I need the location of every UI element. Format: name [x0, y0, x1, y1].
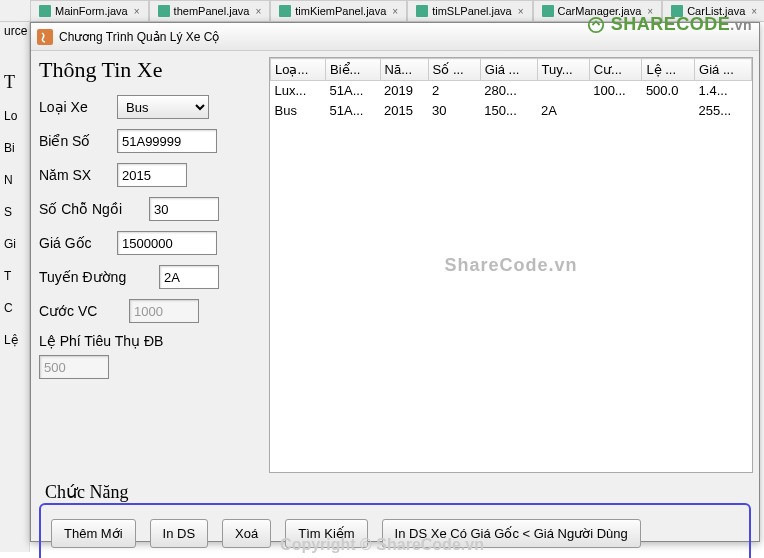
java-file-icon: [158, 5, 170, 17]
table-header[interactable]: Biể...: [326, 59, 381, 81]
ide-tab[interactable]: timKiemPanel.java×: [270, 0, 407, 21]
table-header[interactable]: Giá ...: [695, 59, 752, 81]
sharecode-logo: SHARECODE.vn: [587, 14, 752, 35]
gia-goc-label: Giá Gốc: [39, 235, 117, 251]
close-icon[interactable]: ×: [392, 6, 398, 17]
loai-xe-label: Loại Xe: [39, 99, 117, 115]
close-icon[interactable]: ×: [518, 6, 524, 17]
ide-tab[interactable]: timSLPanel.java×: [407, 0, 532, 21]
java-file-icon: [542, 5, 554, 17]
svg-rect-3: [416, 5, 428, 17]
form-panel: Thông Tin Xe Loại Xe Bus Biển Số Năm SX …: [31, 51, 269, 479]
fn-button-2[interactable]: Xoá: [222, 519, 271, 548]
table-header[interactable]: Số ...: [428, 59, 480, 81]
tuyen-duong-input[interactable]: [159, 265, 219, 289]
functions-title: Chức Năng: [41, 481, 132, 503]
gia-goc-input[interactable]: [117, 231, 217, 255]
java-icon: [37, 29, 53, 45]
java-file-icon: [416, 5, 428, 17]
svg-rect-6: [37, 29, 53, 45]
ide-tab[interactable]: MainForm.java×: [30, 0, 149, 21]
nam-sx-label: Năm SX: [39, 167, 117, 183]
so-cho-label: Số Chỗ Ngồi: [39, 201, 149, 217]
close-icon[interactable]: ×: [255, 6, 261, 17]
svg-rect-1: [158, 5, 170, 17]
le-phi-input: [39, 355, 109, 379]
svg-rect-4: [542, 5, 554, 17]
data-table[interactable]: Loạ...Biể...Nă...Số ...Giá ...Tuy...Cư..…: [270, 58, 752, 121]
table-header[interactable]: Nă...: [380, 59, 428, 81]
close-icon[interactable]: ×: [134, 6, 140, 17]
java-file-icon: [39, 5, 51, 17]
table-panel: Loạ...Biể...Nă...Số ...Giá ...Tuy...Cư..…: [269, 51, 759, 479]
fn-button-0[interactable]: Thêm Mới: [51, 519, 136, 548]
so-cho-input[interactable]: [149, 197, 219, 221]
cuoc-vc-label: Cước VC: [39, 303, 129, 319]
app-window: Chương Trình Quản Lý Xe Cộ Thông Tin Xe …: [30, 22, 760, 542]
window-title: Chương Trình Quản Lý Xe Cộ: [59, 30, 219, 44]
svg-rect-0: [39, 5, 51, 17]
ide-tab[interactable]: themPanel.java×: [149, 0, 271, 21]
java-file-icon: [279, 5, 291, 17]
tuyen-duong-label: Tuyến Đường: [39, 269, 159, 285]
close-icon[interactable]: ×: [751, 6, 757, 17]
table-header[interactable]: Loạ...: [271, 59, 326, 81]
table-row[interactable]: Bus51A...201530150...2A255...: [271, 101, 752, 121]
le-phi-label: Lệ Phí Tiêu Thụ ĐB: [39, 333, 265, 349]
bien-so-label: Biển Số: [39, 133, 117, 149]
background-panel: urce T Lo Bi N S Gi T C Lệ: [0, 22, 30, 552]
form-title: Thông Tin Xe: [39, 57, 265, 83]
table-header[interactable]: Lệ ...: [642, 59, 695, 81]
nam-sx-input[interactable]: [117, 163, 187, 187]
table-header[interactable]: Tuy...: [537, 59, 589, 81]
watermark: ShareCode.vn: [444, 255, 577, 276]
table-header[interactable]: Cư...: [589, 59, 642, 81]
table-row[interactable]: Lux...51A...20192280...100...500.01.4...: [271, 81, 752, 101]
loai-xe-select[interactable]: Bus: [117, 95, 209, 119]
table-header[interactable]: Giá ...: [480, 59, 537, 81]
svg-rect-2: [279, 5, 291, 17]
copyright: Copyright © ShareCode.vn: [280, 536, 484, 554]
svg-point-7: [589, 18, 603, 32]
fn-button-1[interactable]: In DS: [150, 519, 209, 548]
bien-so-input[interactable]: [117, 129, 217, 153]
cuoc-vc-input: [129, 299, 199, 323]
